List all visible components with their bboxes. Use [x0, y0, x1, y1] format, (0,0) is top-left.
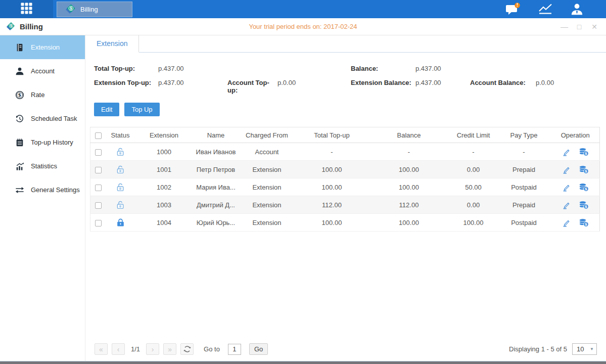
column-header-charged-from: Charged From	[238, 127, 296, 143]
sidebar-item-rate[interactable]: $ Rate	[0, 83, 85, 107]
sidebar-item-label: Scheduled Task	[31, 115, 77, 122]
goto-page-input[interactable]	[228, 344, 241, 355]
maximize-icon[interactable]: □	[576, 23, 583, 30]
extensions-table: StatusExtensionNameCharged FromTotal Top…	[90, 127, 600, 232]
minimize-icon[interactable]: —	[561, 23, 568, 30]
cell-extension: 1002	[134, 178, 194, 196]
app-grid-icon	[20, 2, 33, 17]
app-grid-button[interactable]	[0, 0, 53, 18]
row-checkbox[interactable]	[95, 185, 102, 191]
sidebar-item-account[interactable]: Account	[0, 59, 85, 83]
cell-credit-limit: -	[450, 143, 497, 161]
cell-pay-type: Postpaid	[497, 214, 551, 232]
prev-page-button[interactable]: ‹	[112, 343, 125, 355]
sidebar-item-scheduled-task[interactable]: Scheduled Task	[0, 107, 85, 130]
billing-diamond-icon: $	[65, 3, 76, 16]
go-button[interactable]: Go	[249, 343, 268, 355]
cell-charged-from: Account	[238, 143, 296, 161]
trial-notice: Your trial period ends on: 2017-02-24	[0, 23, 606, 30]
topup-coins-icon[interactable]: $	[579, 218, 589, 227]
row-checkbox[interactable]	[95, 167, 102, 173]
sidebar-item-top-up-history[interactable]: Top-up History	[0, 130, 85, 154]
goto-label: Go to	[204, 345, 220, 353]
row-checkbox[interactable]	[95, 149, 102, 156]
edit-pencil-icon[interactable]	[562, 201, 571, 209]
tab-extension[interactable]: Extension	[85, 35, 139, 53]
svg-text:$: $	[585, 152, 587, 156]
cell-name: Юрий Юрь...	[194, 214, 238, 232]
cell-total-topup: 100.00	[296, 178, 368, 196]
column-header-extension: Extension	[134, 127, 194, 143]
cell-pay-type: Prepaid	[497, 196, 551, 214]
lock-open-icon[interactable]	[116, 165, 125, 174]
cell-name: Петр Петров	[194, 161, 238, 178]
sidebar-item-extension[interactable]: Extension	[0, 35, 85, 59]
scheduled-task-icon	[15, 114, 24, 123]
first-page-button[interactable]: «	[95, 343, 108, 355]
cell-total-topup: 100.00	[296, 214, 368, 232]
sidebar-item-general-settings[interactable]: General Settings	[0, 178, 85, 202]
account-icon	[15, 67, 24, 76]
table-row: 1000 Иван Иванов Account - - - - $	[90, 143, 600, 161]
sidebar-item-label: Statistics	[31, 162, 57, 170]
sidebar-item-label: Top-up History	[31, 139, 73, 146]
topup-coins-icon[interactable]: $	[579, 201, 589, 209]
tab-extension-label: Extension	[97, 39, 127, 48]
cell-total-topup: -	[296, 143, 368, 161]
next-page-button[interactable]: ›	[146, 343, 159, 355]
lock-open-icon[interactable]	[116, 200, 125, 210]
select-all-checkbox[interactable]	[95, 132, 102, 139]
edit-button[interactable]: Edit	[94, 103, 119, 116]
desktop-edge	[0, 361, 606, 364]
svg-text:$: $	[18, 93, 21, 98]
lock-closed-icon[interactable]	[116, 218, 125, 228]
last-page-button[interactable]: »	[163, 343, 176, 355]
row-checkbox[interactable]	[95, 220, 102, 226]
account-balance-label: Account Balance:	[470, 79, 536, 86]
cell-extension: 1004	[134, 214, 194, 232]
user-icon[interactable]	[570, 3, 584, 16]
cell-balance: 100.00	[368, 214, 450, 232]
topup-coins-icon[interactable]: $	[579, 148, 589, 156]
topup-button[interactable]: Top Up	[124, 103, 159, 116]
svg-text:$: $	[585, 187, 587, 191]
refresh-button[interactable]	[180, 343, 194, 355]
extension-balance-label: Extension Balance:	[351, 79, 415, 86]
chevron-down-icon: ▼	[590, 347, 594, 351]
edit-pencil-icon[interactable]	[562, 148, 571, 156]
svg-text:!: !	[517, 3, 519, 8]
cell-name: Иван Иванов	[194, 143, 238, 161]
messages-icon[interactable]: !	[505, 3, 521, 16]
cell-name: Мария Ива...	[194, 178, 238, 196]
table-row: 1002 Мария Ива... Extension 100.00 100.0…	[90, 178, 600, 196]
extension-topup-label: Extension Top-up:	[94, 79, 158, 86]
table-row: 1004 Юрий Юрь... Extension 100.00 100.00…	[90, 214, 600, 232]
cell-name: Дмитрий Д...	[194, 196, 238, 214]
resource-monitor-icon[interactable]	[538, 3, 553, 16]
row-checkbox[interactable]	[95, 202, 102, 209]
tab-bar: Extension	[85, 35, 606, 53]
sidebar-item-statistics[interactable]: Statistics	[0, 154, 85, 178]
pagination-bar: « ‹ 1/1 › » Go to Go Displaying 1 - 5 of…	[90, 343, 599, 355]
cell-balance: 100.00	[368, 161, 450, 178]
taskbar-tab-billing[interactable]: $ Billing	[57, 2, 132, 17]
edit-pencil-icon[interactable]	[562, 165, 571, 174]
cell-credit-limit: 0.00	[450, 196, 497, 214]
edit-pencil-icon[interactable]	[562, 183, 571, 192]
topup-coins-icon[interactable]: $	[579, 165, 589, 174]
lock-open-icon[interactable]	[116, 183, 125, 192]
lock-open-icon[interactable]	[116, 147, 125, 157]
topup-coins-icon[interactable]: $	[579, 183, 589, 192]
window-title-bar: Your trial period ends on: 2017-02-24 $ …	[0, 18, 606, 35]
cell-extension: 1001	[134, 161, 194, 178]
edit-pencil-icon[interactable]	[562, 218, 571, 227]
page-size-select[interactable]: 10 ▼	[572, 343, 597, 355]
account-topup-label: Account Top-up:	[227, 79, 277, 94]
summary-panel: Total Top-up: p.437.00 Extension Top-up:…	[94, 65, 599, 94]
cell-charged-from: Extension	[238, 178, 296, 196]
extension-balance-value: p.437.00	[415, 79, 470, 86]
column-header-total-top-up: Total Top-up	[296, 127, 368, 143]
close-icon[interactable]: ✕	[591, 23, 598, 30]
statistics-icon	[15, 162, 24, 171]
sidebar-item-label: Rate	[31, 91, 44, 99]
